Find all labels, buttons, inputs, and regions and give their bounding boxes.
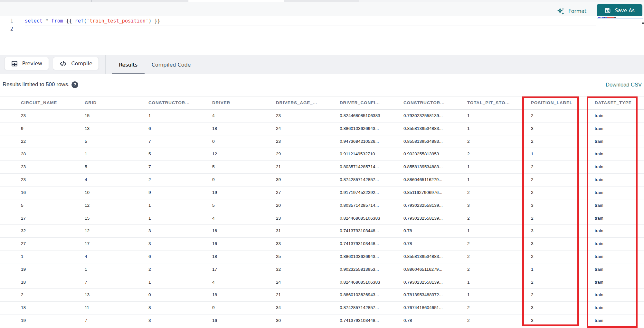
table-cell: 0.824468085106383 — [340, 110, 403, 122]
table-cell: 19 — [21, 263, 85, 276]
table-cell: 2 — [467, 263, 531, 276]
line-number-2: 2 — [0, 25, 13, 33]
table-cell: 1 — [85, 263, 148, 276]
table-cell: 0.8558139534883... — [403, 161, 467, 173]
table-cell: 18 — [212, 123, 276, 135]
table-cell: 2 — [531, 161, 595, 173]
table-cell: 2 — [531, 135, 595, 148]
table-cell: 2 — [531, 276, 595, 289]
table-icon — [11, 60, 18, 67]
code-line-1: select * from {{ ref('train_test_positio… — [25, 17, 160, 25]
compile-button[interactable]: Compile — [53, 57, 99, 70]
action-bar: Preview Compile ResultsCompiled Code — [0, 55, 644, 74]
preview-button[interactable]: Preview — [4, 57, 49, 70]
save-as-button[interactable]: Save As — [597, 4, 642, 17]
table-cell: 0.8860103626943... — [340, 123, 403, 135]
table-cell: 2 — [531, 110, 595, 122]
table-cell: 9 — [148, 187, 212, 199]
table-row: 913618240.8860103626943...0.855813953488… — [0, 123, 644, 135]
table-cell: 23 — [21, 174, 85, 186]
tab-results[interactable]: Results — [112, 55, 145, 74]
table-cell: 12 — [85, 199, 148, 212]
table-cell: 1 — [467, 174, 531, 186]
table-cell: 32 — [21, 225, 85, 237]
editor-toolbar: Format Save As — [0, 2, 644, 16]
table-row: 197316300.7413793103448...0.7823train — [0, 314, 644, 327]
table-cell: 16 — [212, 314, 276, 327]
table-cell: 3 — [148, 314, 212, 327]
table-cell: 27 — [21, 238, 85, 250]
minimap-current-line — [597, 18, 643, 19]
table-cell: 3 — [148, 238, 212, 250]
table-cell: 19 — [21, 314, 85, 327]
help-icon[interactable]: ? — [71, 81, 78, 88]
table-cell: 0.9112149532710... — [340, 148, 403, 160]
table-cell: 25 — [276, 251, 340, 263]
toolbar-divider — [105, 55, 106, 74]
code-editor[interactable]: 1 2 select * from {{ ref('train_test_pos… — [0, 16, 644, 55]
table-cell: 0.8742857142857... — [340, 302, 403, 314]
table-cell: 30 — [276, 314, 340, 327]
save-as-button-label: Save As — [615, 8, 635, 14]
table-cell: 3 — [531, 199, 595, 212]
table-cell: 12 — [212, 148, 276, 160]
table-cell: 23 — [276, 212, 340, 225]
table-cell: 15 — [85, 110, 148, 122]
table-cell: train — [595, 135, 644, 148]
table-cell: train — [595, 263, 644, 276]
table-header-row: CIRCUIT_NAMEGRIDCONSTRUCTOR...DRIVERDRIV… — [0, 96, 644, 110]
table-cell: 39 — [276, 174, 340, 186]
table-cell: 0.824468085106383 — [340, 276, 403, 289]
table-cell: 18 — [212, 289, 276, 301]
table-cell: 9 — [21, 123, 85, 135]
table-cell: 1 — [21, 251, 85, 263]
table-cell: 13 — [85, 123, 148, 135]
table-cell: 12 — [85, 225, 148, 237]
table-cell: 24 — [276, 276, 340, 289]
table-row: 191217320.9023255813953...0.886046511627… — [0, 263, 644, 276]
table-cell: 17 — [212, 263, 276, 276]
table-cell: 0.8558139534883... — [403, 251, 467, 263]
table-cell: train — [595, 187, 644, 199]
results-limit-text: Results limited to 500 rows. — [3, 81, 70, 88]
table-cell: 6 — [148, 251, 212, 263]
table-cell: 0.9023255813953... — [403, 148, 467, 160]
table-cell: 0.9171974522292... — [340, 187, 403, 199]
table-cell: 3 — [531, 123, 595, 135]
table-cell: 0.78 — [403, 314, 467, 327]
table-cell: train — [595, 238, 644, 250]
table-cell: 1 — [467, 289, 531, 301]
table-cell: 0.7930232558139... — [403, 199, 467, 212]
table-cell: train — [595, 199, 644, 212]
download-csv-link[interactable]: Download CSV — [606, 81, 642, 88]
table-cell: 2 — [531, 212, 595, 225]
table-cell: 2 — [148, 263, 212, 276]
table-cell: train — [595, 225, 644, 237]
table-cell: 9 — [212, 302, 276, 314]
table-cell: train — [595, 212, 644, 225]
table-cell: 3 — [148, 225, 212, 237]
table-cell: 7 — [148, 161, 212, 173]
table-cell: 18 — [21, 302, 85, 314]
table-cell: train — [595, 148, 644, 160]
table-cell: 32 — [276, 263, 340, 276]
results-meta-row: Results limited to 500 rows. ? Download … — [0, 74, 644, 96]
table-cell: 22 — [21, 135, 85, 148]
column-header: DRIVER — [212, 96, 276, 109]
table-cell: 2 — [467, 187, 531, 199]
tab-compiled-code[interactable]: Compiled Code — [145, 55, 198, 74]
table-cell: 0.8558139534883... — [403, 135, 467, 148]
table-cell: 0.7413793103448... — [340, 238, 403, 250]
table-cell: 31 — [276, 225, 340, 237]
table-cell: 10 — [85, 187, 148, 199]
table-cell: 3 — [467, 199, 531, 212]
table-cell: 23 — [21, 161, 85, 173]
table-cell: train — [595, 161, 644, 173]
table-cell: 2 — [531, 174, 595, 186]
table-cell: 4 — [212, 110, 276, 122]
table-cell: 2 — [467, 251, 531, 263]
column-header: DRIVER_CONFI... — [340, 96, 403, 109]
format-button[interactable]: Format — [557, 5, 586, 17]
table-cell: 18 — [212, 251, 276, 263]
table-cell: 3 — [531, 238, 595, 250]
